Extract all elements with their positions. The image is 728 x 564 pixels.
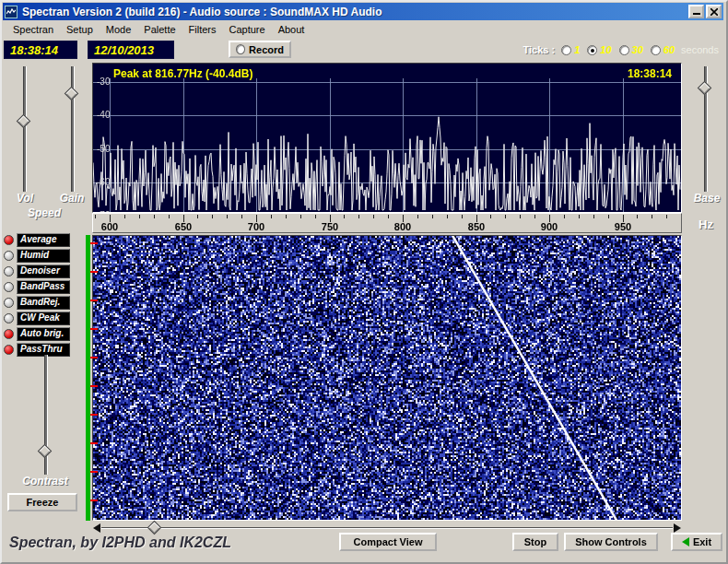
record-label: Record: [249, 44, 284, 55]
freq-label: 750: [316, 221, 344, 232]
vol-slider-track[interactable]: [23, 66, 27, 192]
app-icon: [5, 6, 18, 18]
red-tick: [90, 442, 98, 444]
exit-button[interactable]: Exit: [671, 533, 722, 551]
ticks-label: Ticks :: [523, 44, 555, 55]
ticks-options: 1103060: [561, 44, 675, 55]
menu-item-capture[interactable]: Capture: [223, 21, 272, 38]
time-display: 18:38:14: [4, 41, 77, 59]
red-tick: [90, 385, 98, 387]
spectrum-canvas[interactable]: [93, 64, 681, 212]
frequency-scale: 600650700750800850900950: [92, 213, 682, 233]
toggle-row: Auto brig.: [4, 326, 87, 341]
show-controls-label: Show Controls: [575, 536, 647, 547]
freeze-label: Freeze: [27, 497, 59, 508]
buffer-strip: [86, 235, 90, 521]
freq-label: 900: [535, 221, 563, 232]
show-controls-button[interactable]: Show Controls: [564, 533, 658, 551]
toggle-humid[interactable]: Humid: [17, 249, 70, 263]
credit-text: Spectran, by I2PHD and IK2CZL: [9, 535, 231, 551]
date-value: 12/10/2013: [94, 43, 154, 57]
spectrum-clock: 18:38:14: [628, 67, 672, 80]
toggle-row: BandRej.: [4, 295, 87, 310]
time-value: 18:38:14: [10, 43, 58, 57]
window-title: Spectran Version 2 (build 216) - Audio s…: [22, 6, 687, 18]
toggle-cw-peak[interactable]: CW Peak: [17, 311, 70, 325]
exit-label: Exit: [693, 536, 711, 547]
ticks-option-10[interactable]: 10: [587, 44, 611, 55]
toggle-passthru[interactable]: PassThru: [17, 343, 70, 357]
menu-item-palette[interactable]: Palette: [137, 21, 182, 38]
red-tick: [90, 499, 98, 501]
scroll-right-icon[interactable]: [674, 523, 681, 533]
ticks-option-60[interactable]: 60: [651, 44, 675, 55]
radio-icon[interactable]: [561, 45, 571, 55]
ticks-group: Ticks : 1103060 seconds: [523, 42, 719, 57]
toggle-row: Average: [4, 232, 87, 247]
red-tick: [90, 271, 98, 273]
stop-label: Stop: [524, 536, 546, 547]
freq-label: 950: [609, 221, 637, 232]
red-tick: [90, 328, 98, 330]
record-button[interactable]: Record: [229, 41, 291, 58]
date-display: 12/10/2013: [88, 41, 174, 59]
radio-icon[interactable]: [587, 45, 597, 55]
menu-item-mode[interactable]: Mode: [100, 21, 138, 38]
red-tick: [90, 300, 98, 301]
minimize-icon: [693, 13, 700, 15]
toggle-bandrej-[interactable]: BandRej.: [17, 296, 70, 310]
db-label: -60: [97, 177, 110, 187]
freq-label: 600: [96, 221, 123, 232]
menu-item-setup[interactable]: Setup: [60, 21, 100, 38]
red-tick: [90, 357, 98, 358]
freq-label: 800: [389, 221, 417, 232]
minimize-button[interactable]: [688, 5, 704, 18]
close-button[interactable]: [706, 5, 722, 18]
ticks-option-1[interactable]: 1: [561, 44, 580, 55]
speed-label: Speed: [9, 206, 79, 219]
led-indicator: [4, 282, 14, 292]
menu-item-filters[interactable]: Filters: [182, 21, 223, 38]
scroll-left-icon[interactable]: [93, 523, 100, 533]
waterfall-canvas[interactable]: [93, 236, 681, 520]
gain-slider-thumb[interactable]: [65, 87, 79, 101]
gain-slider-track[interactable]: [71, 66, 75, 192]
toggle-denoiser[interactable]: Denoiser: [17, 264, 70, 278]
record-radio-icon: [236, 44, 245, 54]
red-tick: [90, 414, 98, 416]
led-indicator: [4, 329, 14, 339]
led-indicator: [4, 266, 14, 276]
tuning-track[interactable]: [101, 527, 673, 529]
base-slider-thumb[interactable]: [698, 81, 712, 96]
base-label: Base: [687, 192, 726, 205]
seconds-label: seconds: [681, 44, 719, 55]
toggle-average[interactable]: Average: [17, 233, 70, 247]
stop-button[interactable]: Stop: [512, 533, 558, 551]
tuning-thumb[interactable]: [147, 521, 162, 535]
radio-icon[interactable]: [619, 45, 629, 55]
led-indicator: [4, 298, 14, 308]
db-label: -50: [97, 144, 110, 154]
ticks-option-30[interactable]: 30: [619, 44, 643, 55]
toggle-auto-brig-[interactable]: Auto brig.: [17, 327, 70, 341]
contrast-slider-thumb[interactable]: [38, 444, 53, 459]
menu-item-spectran[interactable]: Spectran: [6, 21, 60, 38]
waterfall-display[interactable]: [92, 235, 682, 521]
hz-unit-label: Hz: [691, 217, 721, 231]
close-icon: [710, 8, 718, 16]
toggle-bandpass[interactable]: BandPass: [17, 280, 70, 294]
compact-view-label: Compact View: [354, 536, 423, 547]
vol-slider-thumb[interactable]: [17, 114, 31, 129]
compact-view-button[interactable]: Compact View: [339, 533, 437, 551]
menu-item-about[interactable]: About: [272, 21, 311, 38]
db-label: -40: [97, 110, 110, 120]
toggle-row: Denoiser: [4, 264, 87, 278]
freeze-button[interactable]: Freeze: [7, 493, 77, 511]
gain-label: Gain: [53, 192, 90, 205]
ticks-option-label: 60: [663, 44, 675, 55]
led-indicator: [4, 313, 14, 323]
ticks-option-label: 30: [632, 44, 643, 55]
spectrum-display[interactable]: Peak at 816.77Hz (-40.4dB) 18:38:14 -30-…: [92, 63, 682, 213]
radio-icon[interactable]: [651, 45, 661, 55]
title-bar[interactable]: Spectran Version 2 (build 216) - Audio s…: [3, 3, 723, 20]
